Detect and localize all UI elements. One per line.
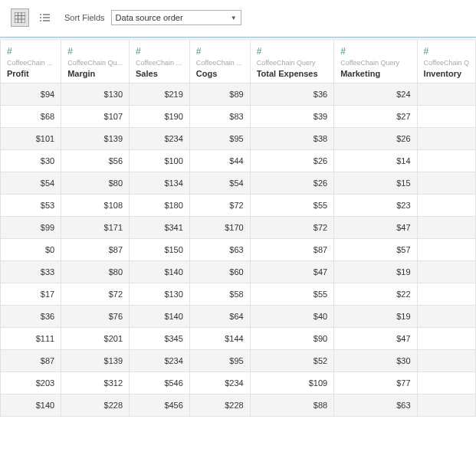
table-row[interactable]: $53$108$180$72$55$23	[1, 195, 476, 217]
cell[interactable]: $87	[1, 350, 61, 372]
cell[interactable]: $234	[130, 128, 190, 150]
cell[interactable]: $30	[334, 350, 417, 372]
cell[interactable]: $139	[61, 350, 130, 372]
cell[interactable]: $72	[189, 195, 250, 217]
cell[interactable]: $87	[250, 239, 334, 261]
cell[interactable]: $54	[189, 172, 250, 195]
cell[interactable]	[417, 350, 475, 372]
cell[interactable]: $58	[189, 283, 250, 306]
cell[interactable]: $76	[61, 306, 130, 328]
cell[interactable]: $130	[61, 83, 130, 106]
table-row[interactable]: $17$72$130$58$55$22	[1, 283, 476, 306]
cell[interactable]: $56	[61, 150, 130, 172]
cell[interactable]: $26	[250, 150, 334, 172]
column-header[interactable]: # CoffeeChain Query Total Expenses	[250, 41, 334, 83]
cell[interactable]: $107	[61, 106, 130, 128]
cell[interactable]: $80	[61, 261, 130, 283]
cell[interactable]: $139	[61, 128, 130, 150]
table-row[interactable]: $99$171$341$170$72$47	[1, 217, 476, 239]
cell[interactable]: $33	[1, 261, 61, 283]
cell[interactable]: $89	[189, 83, 250, 106]
cell[interactable]: $24	[334, 83, 417, 106]
cell[interactable]: $95	[189, 350, 250, 372]
cell[interactable]: $228	[189, 394, 250, 417]
cell[interactable]: $341	[130, 217, 190, 239]
cell[interactable]: $101	[1, 128, 61, 150]
cell[interactable]: $23	[334, 195, 417, 217]
cell[interactable]: $47	[334, 328, 417, 350]
cell[interactable]: $14	[334, 150, 417, 172]
cell[interactable]: $456	[130, 394, 190, 417]
cell[interactable]: $44	[189, 150, 250, 172]
table-row[interactable]: $94$130$219$89$36$24	[1, 83, 476, 106]
cell[interactable]: $100	[130, 150, 190, 172]
column-header[interactable]: # CoffeeChain ... Sales	[130, 41, 190, 83]
cell[interactable]: $228	[61, 394, 130, 417]
cell[interactable]	[417, 394, 475, 417]
cell[interactable]: $180	[130, 195, 190, 217]
cell[interactable]: $99	[1, 217, 61, 239]
cell[interactable]: $64	[189, 306, 250, 328]
cell[interactable]: $72	[61, 283, 130, 306]
cell[interactable]: $80	[61, 172, 130, 195]
cell[interactable]: $22	[334, 283, 417, 306]
cell[interactable]: $54	[1, 172, 61, 195]
table-row[interactable]: $140$228$456$228$88$63	[1, 394, 476, 417]
column-header[interactable]: # CoffeeChain Query Marketing	[334, 41, 417, 83]
cell[interactable]: $36	[250, 83, 334, 106]
cell[interactable]: $30	[1, 150, 61, 172]
cell[interactable]: $234	[130, 350, 190, 372]
cell[interactable]	[417, 328, 475, 350]
cell[interactable]: $47	[250, 261, 334, 283]
cell[interactable]: $68	[1, 106, 61, 128]
cell[interactable]: $234	[189, 372, 250, 394]
cell[interactable]: $63	[189, 239, 250, 261]
cell[interactable]: $109	[250, 372, 334, 394]
cell[interactable]: $72	[250, 217, 334, 239]
sort-fields-dropdown[interactable]: Data source order ▼	[111, 10, 241, 25]
cell[interactable]: $40	[250, 306, 334, 328]
cell[interactable]	[417, 372, 475, 394]
table-row[interactable]: $111$201$345$144$90$47	[1, 328, 476, 350]
column-header[interactable]: # CoffeeChain ... Profit	[1, 41, 61, 83]
cell[interactable]: $36	[1, 306, 61, 328]
cell[interactable]: $90	[250, 328, 334, 350]
table-row[interactable]: $101$139$234$95$38$26	[1, 128, 476, 150]
grid-view-button[interactable]	[11, 8, 29, 27]
cell[interactable]: $95	[189, 128, 250, 150]
cell[interactable]: $15	[334, 172, 417, 195]
cell[interactable]: $52	[250, 350, 334, 372]
cell[interactable]: $203	[1, 372, 61, 394]
table-row[interactable]: $203$312$546$234$109$77	[1, 372, 476, 394]
cell[interactable]: $111	[1, 328, 61, 350]
list-view-button[interactable]	[35, 8, 54, 27]
cell[interactable]: $57	[334, 239, 417, 261]
column-header[interactable]: # CoffeeChain Q Inventory	[417, 41, 475, 83]
cell[interactable]: $140	[130, 261, 190, 283]
cell[interactable]: $108	[61, 195, 130, 217]
cell[interactable]: $170	[189, 217, 250, 239]
cell[interactable]	[417, 150, 475, 172]
cell[interactable]: $19	[334, 261, 417, 283]
cell[interactable]: $94	[1, 83, 61, 106]
cell[interactable]: $190	[130, 106, 190, 128]
cell[interactable]: $55	[250, 195, 334, 217]
cell[interactable]: $27	[334, 106, 417, 128]
cell[interactable]: $546	[130, 372, 190, 394]
cell[interactable]: $83	[189, 106, 250, 128]
table-row[interactable]: $36$76$140$64$40$19	[1, 306, 476, 328]
column-header[interactable]: # CoffeeChain ... Cogs	[189, 41, 250, 83]
cell[interactable]: $144	[189, 328, 250, 350]
cell[interactable]: $39	[250, 106, 334, 128]
table-row[interactable]: $30$56$100$44$26$14	[1, 150, 476, 172]
column-header[interactable]: # CoffeeChain Qu... Margin	[61, 41, 130, 83]
cell[interactable]: $140	[1, 394, 61, 417]
cell[interactable]	[417, 128, 475, 150]
cell[interactable]: $38	[250, 128, 334, 150]
cell[interactable]: $19	[334, 306, 417, 328]
table-row[interactable]: $87$139$234$95$52$30	[1, 350, 476, 372]
cell[interactable]: $47	[334, 217, 417, 239]
cell[interactable]: $26	[250, 172, 334, 195]
cell[interactable]: $55	[250, 283, 334, 306]
cell[interactable]	[417, 306, 475, 328]
